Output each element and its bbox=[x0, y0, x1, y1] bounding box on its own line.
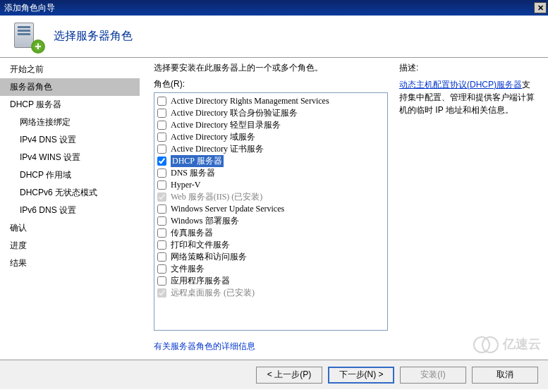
page-title: 选择服务器角色 bbox=[54, 29, 133, 44]
role-item[interactable]: DHCP 服务器 bbox=[156, 155, 386, 167]
roles-listbox[interactable]: Active Directory Rights Management Servi… bbox=[154, 92, 388, 331]
role-checkbox[interactable] bbox=[157, 121, 166, 130]
install-button: 安装(I) bbox=[400, 367, 466, 384]
sidebar-item[interactable]: DHCP 服务器 bbox=[0, 96, 140, 114]
role-item[interactable]: Hyper-V bbox=[156, 179, 386, 191]
role-checkbox[interactable] bbox=[157, 109, 166, 118]
sidebar: 开始之前服务器角色DHCP 服务器网络连接绑定IPv4 DNS 设置IPv4 W… bbox=[0, 58, 140, 360]
role-item[interactable]: Active Directory 证书服务 bbox=[156, 143, 386, 155]
sidebar-item[interactable]: IPv4 WINS 设置 bbox=[0, 149, 140, 166]
dhcp-link[interactable]: 动态主机配置协议(DHCP)服务器 bbox=[399, 80, 522, 90]
sidebar-item[interactable]: IPv6 DNS 设置 bbox=[0, 202, 140, 219]
role-label: Active Directory 域服务 bbox=[171, 131, 255, 143]
role-checkbox[interactable] bbox=[157, 204, 166, 214]
role-item[interactable]: Active Directory 轻型目录服务 bbox=[156, 119, 386, 131]
role-item[interactable]: 文件服务 bbox=[156, 263, 386, 275]
role-checkbox bbox=[157, 192, 166, 202]
role-label: Active Directory Rights Management Servi… bbox=[171, 96, 329, 106]
role-label: Windows Server Update Services bbox=[171, 204, 284, 214]
sidebar-item[interactable]: 进度 bbox=[0, 237, 140, 255]
cancel-button[interactable]: 取消 bbox=[472, 367, 538, 384]
role-item[interactable]: 网络策略和访问服务 bbox=[156, 251, 386, 263]
role-item: 远程桌面服务 (已安装) bbox=[156, 287, 386, 299]
role-checkbox[interactable] bbox=[157, 169, 166, 178]
role-checkbox[interactable] bbox=[157, 276, 166, 286]
role-checkbox[interactable] bbox=[157, 228, 166, 238]
close-button[interactable]: ✕ bbox=[534, 2, 547, 13]
role-item[interactable]: 打印和文件服务 bbox=[156, 239, 386, 251]
role-checkbox[interactable] bbox=[157, 240, 166, 250]
role-label: Active Directory 联合身份验证服务 bbox=[171, 107, 298, 119]
role-item[interactable]: DNS 服务器 bbox=[156, 167, 386, 179]
role-label: 应用程序服务器 bbox=[171, 275, 230, 287]
role-label: DHCP 服务器 bbox=[171, 155, 224, 167]
role-checkbox[interactable] bbox=[157, 145, 166, 154]
next-button[interactable]: 下一步(N) > bbox=[328, 367, 394, 384]
role-checkbox[interactable] bbox=[157, 157, 166, 166]
body: 开始之前服务器角色DHCP 服务器网络连接绑定IPv4 DNS 设置IPv4 W… bbox=[0, 58, 548, 360]
description-label: 描述: bbox=[399, 62, 538, 74]
server-plus-icon: + bbox=[14, 23, 42, 51]
role-label: 远程桌面服务 (已安装) bbox=[171, 287, 255, 299]
role-item[interactable]: 应用程序服务器 bbox=[156, 275, 386, 287]
prev-button[interactable]: < 上一步(P) bbox=[256, 367, 322, 384]
role-item[interactable]: 传真服务器 bbox=[156, 227, 386, 239]
description-text: 动态主机配置协议(DHCP)服务器支持集中配置、管理和提供客户端计算机的临时 I… bbox=[399, 78, 538, 116]
role-label: Web 服务器(IIS) (已安装) bbox=[171, 191, 262, 203]
role-item[interactable]: Windows 部署服务 bbox=[156, 215, 386, 227]
sidebar-item[interactable]: DHCPv6 无状态模式 bbox=[0, 184, 140, 202]
role-checkbox[interactable] bbox=[157, 216, 166, 226]
role-label: Hyper-V bbox=[171, 180, 200, 190]
role-checkbox[interactable] bbox=[157, 252, 166, 262]
sidebar-item[interactable]: IPv4 DNS 设置 bbox=[0, 131, 140, 149]
role-item[interactable]: Active Directory 联合身份验证服务 bbox=[156, 107, 386, 119]
role-checkbox[interactable] bbox=[157, 264, 166, 274]
intro-text: 选择要安装在此服务器上的一个或多个角色。 bbox=[154, 62, 388, 74]
titlebar: 添加角色向导 ✕ bbox=[0, 0, 548, 16]
role-checkbox[interactable] bbox=[157, 180, 166, 190]
role-label: Active Directory 轻型目录服务 bbox=[171, 119, 281, 131]
header: + 选择服务器角色 bbox=[0, 16, 548, 58]
sidebar-item[interactable]: DHCP 作用域 bbox=[0, 166, 140, 184]
main-panel: 选择要安装在此服务器上的一个或多个角色。 角色(R): Active Direc… bbox=[140, 58, 548, 360]
role-item: Web 服务器(IIS) (已安装) bbox=[156, 191, 386, 203]
role-checkbox[interactable] bbox=[157, 133, 166, 142]
sidebar-item[interactable]: 确认 bbox=[0, 219, 140, 237]
role-label: 网络策略和访问服务 bbox=[171, 251, 247, 263]
role-item[interactable]: Windows Server Update Services bbox=[156, 203, 386, 215]
role-item[interactable]: Active Directory 域服务 bbox=[156, 131, 386, 143]
roles-label: 角色(R): bbox=[154, 78, 388, 90]
role-checkbox bbox=[157, 288, 166, 298]
sidebar-item[interactable]: 开始之前 bbox=[0, 61, 140, 78]
footer: < 上一步(P) 下一步(N) > 安装(I) 取消 bbox=[0, 360, 548, 389]
more-info-link[interactable]: 有关服务器角色的详细信息 bbox=[154, 341, 388, 353]
role-label: Active Directory 证书服务 bbox=[171, 143, 264, 155]
sidebar-item[interactable]: 网络连接绑定 bbox=[0, 114, 140, 131]
role-label: 文件服务 bbox=[171, 263, 205, 275]
window-title: 添加角色向导 bbox=[4, 0, 55, 16]
role-label: 打印和文件服务 bbox=[171, 239, 230, 251]
center-column: 选择要安装在此服务器上的一个或多个角色。 角色(R): Active Direc… bbox=[154, 62, 388, 355]
sidebar-item[interactable]: 服务器角色 bbox=[0, 78, 140, 96]
role-checkbox[interactable] bbox=[157, 97, 166, 106]
description-panel: 描述: 动态主机配置协议(DHCP)服务器支持集中配置、管理和提供客户端计算机的… bbox=[399, 62, 538, 355]
role-label: 传真服务器 bbox=[171, 227, 213, 239]
sidebar-item[interactable]: 结果 bbox=[0, 255, 140, 272]
role-label: DNS 服务器 bbox=[171, 167, 215, 179]
role-label: Windows 部署服务 bbox=[171, 215, 239, 227]
role-item[interactable]: Active Directory Rights Management Servi… bbox=[156, 95, 386, 107]
